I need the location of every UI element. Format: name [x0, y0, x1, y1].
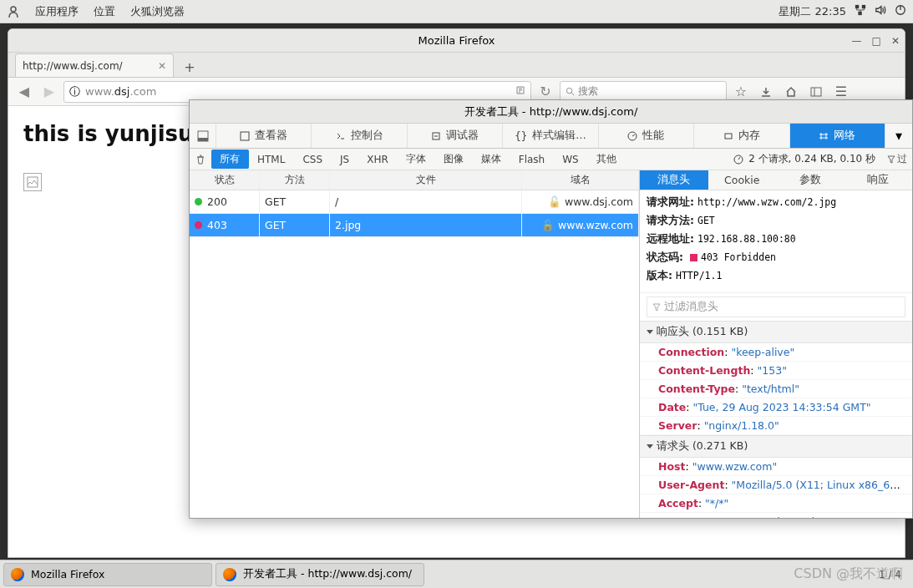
- col-file[interactable]: 文件: [330, 170, 522, 190]
- chevron-down-icon: [647, 330, 653, 334]
- devtools-titlebar: 开发者工具 - http://www.dsj.com/: [190, 100, 912, 124]
- reader-icon[interactable]: [515, 85, 525, 98]
- menu-firefox[interactable]: 火狐浏览器: [130, 4, 185, 19]
- panel-overflow-icon[interactable]: ▾: [885, 124, 912, 148]
- network-summary: 2 个请求, 0.24 KB, 0.10 秒: [748, 152, 875, 166]
- filter-ws[interactable]: WS: [554, 151, 587, 168]
- firefox-icon: [11, 568, 24, 581]
- new-tab-button[interactable]: +: [177, 57, 202, 77]
- status-indicator-icon: [690, 254, 697, 261]
- header-row: Connection: "keep-alive": [640, 343, 912, 362]
- insecure-icon: 🔓: [541, 219, 555, 231]
- network-row[interactable]: 403GET2.jpg🔓www.wzw.com: [190, 214, 639, 237]
- header-row: Accept-Language: "zh-CN,zh;q=0.8,en-US;q…: [640, 513, 912, 518]
- power-icon[interactable]: [895, 4, 906, 18]
- response-headers-section[interactable]: 响应头 (0.151 KB): [640, 321, 912, 343]
- request-details-pane: 消息头 Cookie 参数 响应 请求网址: http://www.wzw.co…: [640, 170, 912, 518]
- broken-image-icon: [23, 173, 42, 191]
- network-icon[interactable]: [855, 4, 866, 18]
- identity-icon[interactable]: ⓘ: [69, 84, 80, 99]
- filter-all[interactable]: 所有: [211, 150, 249, 169]
- request-summary: 请求网址: http://www.wzw.com/2.jpg 请求方法: GET…: [640, 190, 912, 293]
- network-row[interactable]: 200GET/🔓www.dsj.com: [190, 190, 639, 214]
- filter-xhr[interactable]: XHR: [358, 151, 398, 168]
- panel-style[interactable]: {}样式编辑…: [503, 124, 598, 148]
- panel-inspector[interactable]: 查看器: [216, 124, 312, 148]
- svg-rect-5: [811, 88, 821, 96]
- svg-rect-2: [858, 12, 861, 15]
- header-row: Date: "Tue, 29 Aug 2023 14:33:54 GMT": [640, 398, 912, 417]
- filter-url-icon[interactable]: 过: [882, 152, 912, 166]
- col-domain[interactable]: 域名: [522, 170, 639, 190]
- panel-memory[interactable]: 内存: [694, 124, 789, 148]
- panel-network[interactable]: 网络: [790, 124, 885, 148]
- insecure-icon: 🔓: [548, 195, 561, 208]
- filter-html[interactable]: HTML: [249, 151, 294, 168]
- svg-rect-9: [241, 132, 249, 140]
- clear-icon[interactable]: [190, 155, 211, 165]
- firefox-titlebar: Mozilla Firefox — □ ✕: [8, 29, 905, 53]
- minimize-button[interactable]: —: [852, 35, 862, 47]
- clock[interactable]: 星期二 22:35: [779, 4, 846, 19]
- filter-headers-input[interactable]: 过滤消息头: [647, 297, 905, 317]
- details-tab-headers[interactable]: 消息头: [640, 170, 708, 190]
- maximize-button[interactable]: □: [872, 35, 881, 47]
- details-tab-params[interactable]: 参数: [776, 170, 845, 190]
- svg-point-4: [566, 88, 571, 93]
- forward-button[interactable]: ▶: [38, 81, 60, 103]
- header-row: User-Agent: "Mozilla/5.0 (X11; Linux x86…: [640, 476, 912, 494]
- filter-flash[interactable]: Flash: [510, 151, 554, 168]
- svg-rect-0: [855, 5, 859, 8]
- status-dot-icon: [195, 221, 202, 229]
- header-row: Content-Length: "153": [640, 362, 912, 380]
- col-method[interactable]: 方法: [260, 170, 330, 190]
- header-row: Host: "www.wzw.com": [640, 458, 912, 476]
- header-row: Accept: "*/*": [640, 494, 912, 513]
- details-tab-cookies[interactable]: Cookie: [708, 170, 777, 190]
- menu-places[interactable]: 位置: [94, 4, 115, 19]
- request-headers-section[interactable]: 请求头 (0.271 KB): [640, 435, 912, 458]
- activities-icon[interactable]: [7, 5, 20, 18]
- header-row: Server: "nginx/1.18.0": [640, 417, 912, 435]
- firefox-icon: [223, 568, 236, 581]
- gnome-top-bar: 应用程序 位置 火狐浏览器 星期二 22:35: [0, 0, 913, 23]
- details-tab-response[interactable]: 响应: [845, 170, 913, 190]
- devtools-panels: 查看器 控制台 调试器 {}样式编辑… 性能 内存 网络 ▾: [190, 124, 912, 149]
- network-table: 状态 方法 文件 域名 200GET/🔓www.dsj.com403GET2.j…: [190, 170, 640, 518]
- svg-rect-8: [198, 138, 208, 141]
- menu-apps[interactable]: 应用程序: [35, 4, 79, 19]
- perf-icon: [733, 155, 743, 165]
- window-title: Mozilla Firefox: [418, 34, 495, 47]
- col-status[interactable]: 状态: [190, 170, 260, 190]
- filter-other[interactable]: 其他: [588, 150, 626, 169]
- filter-images[interactable]: 图像: [435, 150, 473, 169]
- chevron-down-icon: [647, 444, 653, 449]
- taskbar-item-devtools[interactable]: 开发者工具 - http://www.dsj.com/: [216, 563, 424, 586]
- header-row: Content-Type: "text/html": [640, 380, 912, 398]
- dock-icon[interactable]: [190, 124, 216, 148]
- panel-performance[interactable]: 性能: [599, 124, 694, 148]
- network-filter-bar: 所有 HTML CSS JS XHR 字体 图像 媒体 Flash WS 其他 …: [190, 149, 912, 170]
- tab-close-icon[interactable]: ✕: [158, 60, 166, 72]
- svg-rect-12: [725, 134, 732, 139]
- status-dot-icon: [195, 198, 202, 205]
- filter-js[interactable]: JS: [332, 151, 358, 168]
- taskbar: Mozilla Firefox 开发者工具 - http://www.dsj.c…: [0, 560, 913, 588]
- svg-rect-1: [862, 5, 865, 8]
- browser-tab[interactable]: http://www.dsj.com/ ✕: [15, 53, 174, 77]
- volume-icon[interactable]: [875, 4, 886, 18]
- filter-css[interactable]: CSS: [294, 151, 332, 168]
- taskbar-item-firefox[interactable]: Mozilla Firefox: [3, 563, 212, 586]
- search-icon: [566, 87, 575, 96]
- workspace-page: 1 / 4: [879, 569, 910, 580]
- panel-debugger[interactable]: 调试器: [408, 124, 503, 148]
- tab-title: http://www.dsj.com/: [23, 60, 123, 72]
- close-button[interactable]: ✕: [891, 35, 900, 47]
- tab-strip: http://www.dsj.com/ ✕ +: [8, 53, 905, 78]
- devtools-window: 开发者工具 - http://www.dsj.com/ 查看器 控制台 调试器 …: [189, 99, 913, 519]
- panel-console[interactable]: 控制台: [312, 124, 407, 148]
- filter-fonts[interactable]: 字体: [398, 150, 435, 169]
- filter-media[interactable]: 媒体: [473, 150, 510, 169]
- back-button[interactable]: ◀: [13, 81, 35, 103]
